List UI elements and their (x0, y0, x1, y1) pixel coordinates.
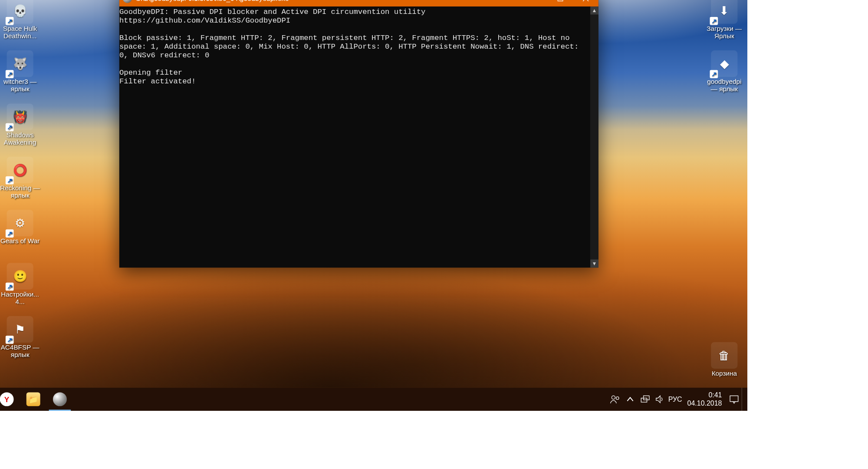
desktop-icon-right-1[interactable]: ⬇↗Загрузки — Ярлык (704, 0, 745, 49)
recycle-bin[interactable]: 🗑 Корзина (704, 341, 745, 377)
chevron-up-icon (627, 396, 634, 403)
scroll-track[interactable] (590, 15, 598, 260)
network-icon (641, 395, 650, 404)
svg-rect-1 (558, 0, 563, 1)
shortcut-arrow-icon: ↗ (6, 176, 14, 185)
titlebar[interactable]: C:\2\goodbyedpi-0.1.5rc3\x86_64\goodbyed… (119, 0, 598, 7)
maximize-button[interactable] (548, 0, 573, 7)
close-button[interactable] (573, 0, 598, 7)
taskbar: Y📁 РУС 0:41 04.10.2018 (0, 388, 747, 411)
recycle-bin-label: Корзина (704, 370, 745, 377)
close-icon (583, 0, 589, 1)
desktop-icon-5-label: Space Hulk Deathwin... (0, 25, 41, 40)
taskbar-apps: Y📁 (0, 388, 73, 411)
desktop-icon-right-1-label: Загрузки — Ярлык (704, 25, 745, 40)
desktop-icon-23[interactable]: ⚑↗AC4BFSP — ярлык (0, 315, 41, 368)
scrollbar[interactable]: ▲ ▼ (590, 7, 598, 268)
svg-point-13 (612, 396, 615, 399)
yandex-browser-icon: Y (0, 392, 14, 406)
console-output[interactable]: GoodbyeDPI: Passive DPI blocker and Acti… (119, 7, 590, 268)
app-icon (123, 0, 132, 3)
shortcut-arrow-icon: ↗ (6, 17, 14, 25)
desktop-icon-11[interactable]: 👹↗Shadows Awakening (0, 102, 41, 155)
desktop-icon-8-label: witcher3 — ярлык (0, 78, 41, 93)
shortcut-arrow-icon: ↗ (6, 283, 14, 291)
desktop-icon-5-icon: 💀↗ (7, 0, 33, 24)
goodbyedpi-console-icon (53, 392, 67, 406)
recycle-bin-icon: 🗑 (711, 342, 737, 369)
desktop-icon-right-1-icon: ⬇↗ (711, 0, 737, 24)
system-tray: РУС 0:41 04.10.2018 (608, 388, 747, 411)
desktop-icons-left: 🖥Этот компьютер🐉↗DDDA — ярлык⬛↗ShadowOfM… (0, 0, 41, 368)
console-window[interactable]: C:\2\goodbyedpi-0.1.5rc3\x86_64\goodbyed… (119, 0, 598, 268)
desktop-icon-17-label: Gears of War (0, 238, 41, 245)
taskbar-app-yandex-browser[interactable]: Y (0, 388, 20, 411)
network-button[interactable] (638, 388, 653, 411)
people-icon (610, 394, 620, 404)
action-center-button[interactable] (727, 388, 742, 411)
shortcut-arrow-icon: ↗ (710, 70, 718, 78)
tray-overflow-button[interactable] (623, 388, 638, 411)
people-button[interactable] (608, 388, 623, 411)
desktop-icon-23-label: AC4BFSP — ярлык (0, 344, 41, 359)
shortcut-arrow-icon: ↗ (6, 336, 14, 344)
shortcut-arrow-icon: ↗ (6, 229, 14, 238)
file-explorer-icon: 📁 (26, 392, 40, 406)
show-desktop-button[interactable] (742, 388, 745, 411)
desktop-icon-17-icon: ⚙↗ (7, 210, 33, 236)
minimize-button[interactable] (522, 0, 548, 7)
svg-marker-17 (656, 396, 660, 403)
maximize-icon (557, 0, 563, 1)
taskbar-app-goodbyedpi-console[interactable] (46, 388, 73, 411)
clock-time: 0:41 (687, 391, 722, 400)
desktop-icon-14-icon: ⭕↗ (7, 157, 33, 183)
minimize-icon (532, 0, 538, 1)
svg-rect-18 (730, 396, 738, 401)
taskbar-app-file-explorer[interactable]: 📁 (20, 388, 46, 411)
desktop-icon-11-label: Shadows Awakening (0, 131, 41, 146)
window-title: C:\2\goodbyedpi-0.1.5rc3\x86_64\goodbyed… (135, 0, 289, 3)
desktop-icon-14[interactable]: ⭕↗Reckoning — ярлык (0, 155, 41, 208)
desktop-icon-11-icon: 👹↗ (7, 103, 33, 130)
shortcut-arrow-icon: ↗ (6, 123, 14, 132)
desktop-icons-right: 📄↗Документы — ярлык⬇↗Загрузки — Ярлык◆↗g… (704, 0, 745, 102)
desktop-icon-14-label: Reckoning — ярлык (0, 185, 41, 200)
desktop-icon-8[interactable]: 🐺↗witcher3 — ярлык (0, 49, 41, 102)
desktop-icon-8-icon: 🐺↗ (7, 50, 33, 77)
desktop-icon-right-2-icon: ◆↗ (711, 50, 737, 77)
desktop-icon-right-2[interactable]: ◆↗goodbyedpi — ярлык (704, 49, 745, 102)
clock[interactable]: 0:41 04.10.2018 (683, 391, 727, 407)
desktop-icon-17[interactable]: ⚙↗Gears of War (0, 208, 41, 261)
desktop-icon-20-icon: 🙂↗ (7, 263, 33, 290)
volume-icon (655, 395, 664, 404)
taskbar-left: Y📁 (0, 388, 73, 411)
scroll-up-icon[interactable]: ▲ (590, 7, 598, 15)
desktop-icon-5[interactable]: 💀↗Space Hulk Deathwin... (0, 0, 41, 49)
scroll-down-icon[interactable]: ▼ (590, 260, 598, 268)
desktop-icon-20[interactable]: 🙂↗Настройки... 4... (0, 262, 41, 315)
recycle-bin-slot: 🗑 Корзина (704, 341, 745, 377)
volume-button[interactable] (653, 388, 668, 411)
input-language[interactable]: РУС (667, 388, 683, 411)
svg-rect-15 (641, 398, 647, 402)
desktop-icon-20-label: Настройки... 4... (0, 291, 41, 306)
desktop-icon-23-icon: ⚑↗ (7, 316, 33, 343)
shortcut-arrow-icon: ↗ (710, 17, 718, 25)
clock-date: 04.10.2018 (687, 399, 722, 407)
notification-icon (730, 395, 739, 404)
svg-point-14 (616, 397, 618, 400)
desktop-icon-right-2-label: goodbyedpi — ярлык (704, 78, 745, 93)
shortcut-arrow-icon: ↗ (6, 70, 14, 78)
letterbox: 🖥Этот компьютер🐉↗DDDA — ярлык⬛↗ShadowOfM… (0, 0, 868, 469)
